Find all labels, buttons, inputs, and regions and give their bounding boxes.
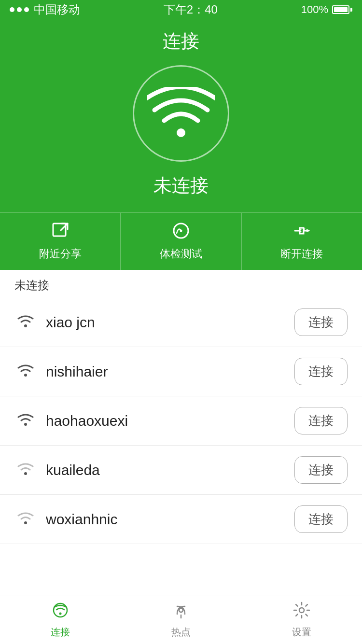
network-name: kuaileda xyxy=(46,462,285,478)
network-name: haohaoxuexi xyxy=(46,413,285,429)
svg-point-15 xyxy=(299,608,304,613)
list-item: kuaileda 连接 xyxy=(0,446,362,495)
carrier-label: 中国移动 xyxy=(34,2,80,17)
disconnect-button[interactable]: </> 断开连接 xyxy=(241,213,362,270)
tab-connect-label: 连接 xyxy=(51,626,70,639)
disconnect-label: 断开连接 xyxy=(280,247,323,261)
nearby-share-button[interactable]: 附近分享 xyxy=(0,213,120,270)
wifi-signal-icon xyxy=(14,313,36,332)
connection-status: 未连接 xyxy=(153,173,209,198)
svg-rect-1 xyxy=(53,224,66,236)
tab-bar: 连接 热点 设置 xyxy=(0,596,362,644)
network-name: woxianhnic xyxy=(46,511,285,528)
tab-settings[interactable]: 设置 xyxy=(241,596,362,644)
wifi-signal-weak-icon xyxy=(14,510,36,529)
network-list: 未连接 xiao jcn 连接 nishihaie xyxy=(0,270,362,544)
health-test-button[interactable]: 体检测试 xyxy=(120,213,241,270)
svg-point-9 xyxy=(24,472,27,475)
list-item: haohaoxuexi 连接 xyxy=(0,396,362,446)
status-time: 下午2：40 xyxy=(164,2,218,17)
header-title: 连接 xyxy=(163,29,199,54)
tab-settings-icon xyxy=(293,602,310,623)
svg-point-6 xyxy=(24,324,27,327)
tab-hotspot-icon xyxy=(172,602,190,623)
action-bar: 附近分享 体检测试 </> 断开连 xyxy=(0,212,362,270)
connect-button[interactable]: 连接 xyxy=(294,505,348,533)
list-item: xiao jcn 连接 xyxy=(0,298,362,347)
section-header: 未连接 xyxy=(0,270,362,298)
svg-point-10 xyxy=(24,521,27,524)
tab-hotspot[interactable]: 热点 xyxy=(121,596,241,644)
svg-point-12 xyxy=(59,613,62,615)
svg-point-8 xyxy=(24,423,27,426)
list-item: woxianhnic 连接 xyxy=(0,495,362,544)
header-area: 连接 未连接 附近分享 xyxy=(0,19,362,270)
svg-point-0 xyxy=(177,128,185,137)
wifi-circle xyxy=(133,65,229,162)
wifi-signal-icon xyxy=(14,412,36,430)
nearby-share-label: 附近分享 xyxy=(39,247,82,261)
network-name: xiao jcn xyxy=(46,314,285,331)
connect-button[interactable]: 连接 xyxy=(294,358,348,385)
tab-connect[interactable]: 连接 xyxy=(0,596,121,644)
svg-point-4 xyxy=(180,230,182,232)
disconnect-icon: </> xyxy=(291,222,312,243)
status-bar-right: 100% xyxy=(301,3,352,16)
wifi-signal-icon xyxy=(14,363,36,381)
share-icon xyxy=(51,222,70,243)
list-item: nishihaier 连接 xyxy=(0,347,362,396)
status-bar-left: 中国移动 xyxy=(10,2,80,17)
tab-settings-label: 设置 xyxy=(292,626,311,639)
svg-text:</>: </> xyxy=(298,226,310,234)
speedometer-icon xyxy=(172,222,190,243)
svg-point-7 xyxy=(24,374,27,377)
svg-point-13 xyxy=(179,608,183,612)
status-bar: 中国移动 下午2：40 100% xyxy=(0,0,362,19)
battery-icon xyxy=(332,5,352,14)
tab-hotspot-label: 热点 xyxy=(171,626,191,639)
connect-button[interactable]: 连接 xyxy=(294,456,348,484)
health-test-label: 体检测试 xyxy=(160,247,202,261)
signal-dots xyxy=(10,7,29,12)
wifi-large-icon xyxy=(147,87,215,140)
wifi-signal-weak-icon xyxy=(14,461,36,479)
connect-button[interactable]: 连接 xyxy=(294,407,348,434)
svg-line-2 xyxy=(61,224,68,230)
content-area: 未连接 xiao jcn 连接 nishihaie xyxy=(0,270,362,592)
connect-button[interactable]: 连接 xyxy=(294,308,348,336)
tab-connect-icon xyxy=(52,602,69,623)
network-name: nishihaier xyxy=(46,364,285,380)
battery-percent: 100% xyxy=(301,3,328,16)
